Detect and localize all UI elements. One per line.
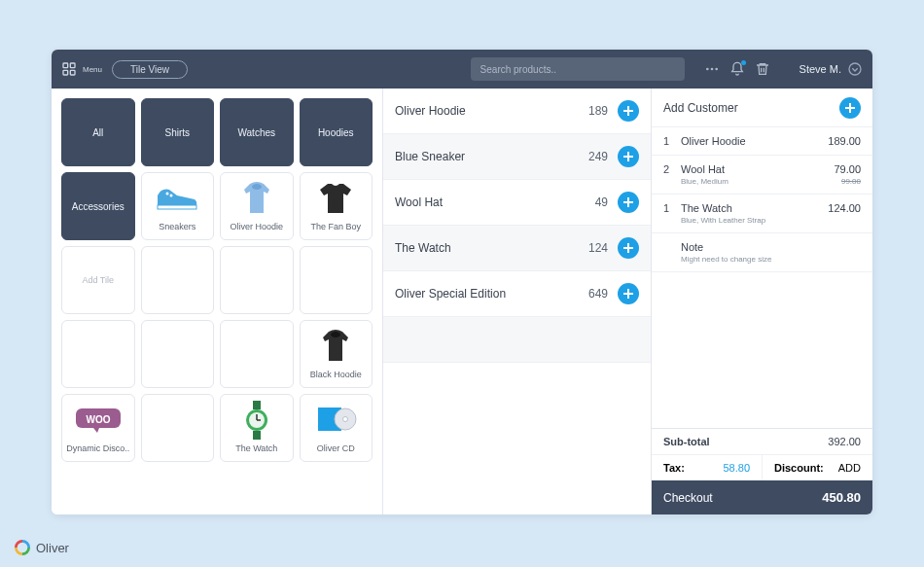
svg-rect-0 [63,63,68,68]
product-name: The Watch [395,241,588,255]
plus-icon [622,151,634,162]
cart-note[interactable]: Note Might need to change size [652,233,872,272]
svg-point-5 [710,68,713,71]
cart-item-variant: Blue, With Leather Strap [681,216,820,225]
discount-field[interactable]: Discount: ADD [762,455,872,480]
cart-item[interactable]: 2 Wool Hat Blue, Medium 79.00 99.00 [652,156,872,195]
empty-tile[interactable] [61,320,135,388]
watch-icon [244,401,269,440]
category-tile-accessories[interactable]: Accessories [61,172,135,240]
category-tile-watches[interactable]: Watches [220,98,294,166]
svg-point-6 [715,68,718,71]
svg-point-10 [170,195,173,197]
top-right-icons [704,61,770,77]
tile-view-button[interactable]: Tile View [112,60,188,79]
more-icon[interactable] [704,61,720,77]
category-tile-shirts[interactable]: Shirts [141,98,215,166]
product-tile-dynamic-disco[interactable]: WOO Dynamic Disco.. [61,394,135,462]
brand-name: Oliver [36,541,69,555]
notification-icon[interactable] [729,61,745,77]
trash-icon[interactable] [755,61,770,77]
product-name: Oliver Hoodie [395,104,588,118]
menu-icon [61,61,77,77]
note-text: Might need to change size [681,255,861,264]
tshirt-icon [318,182,353,215]
category-tile-hoodies[interactable]: Hoodies [300,98,373,166]
subtotal-label: Sub-total [663,436,828,447]
sneaker-icon [156,184,198,213]
cart-panel: Add Customer 1 Oliver Hoodie 189.00 2 Wo… [651,89,872,514]
cart-item-price: 79.00 [834,163,861,175]
add-customer-button[interactable]: Add Customer [652,89,872,127]
category-tile-all[interactable]: All [61,98,135,166]
hoodie-icon [317,328,354,365]
product-row[interactable]: The Watch 124 [383,226,651,271]
product-name: Wool Hat [395,195,595,209]
product-row[interactable]: Blue Sneaker 249 [383,134,651,180]
add-to-cart-button[interactable] [618,146,639,167]
cart-item-name: Wool Hat [681,163,826,175]
plus-icon [844,102,856,114]
add-to-cart-button[interactable] [618,100,639,122]
cart-qty: 1 [663,202,673,225]
cart-qty: 2 [663,163,673,186]
cd-icon [314,404,357,437]
cart-item-price: 124.00 [828,202,861,214]
svg-point-11 [252,184,262,190]
user-menu[interactable]: Steve M. [800,61,863,77]
svg-rect-2 [63,70,68,75]
cart-item-name: The Watch [681,202,820,214]
product-tile-oliver-cd[interactable]: Oliver CD [300,394,373,462]
cart-totals: Sub-total 392.00 Tax: 58.80 Discount: AD… [652,428,872,514]
product-price: 649 [588,287,608,301]
empty-tile[interactable] [141,246,215,314]
svg-point-23 [343,417,348,422]
subtotal-row: Sub-total 392.00 [652,429,872,454]
cart-items: 1 Oliver Hoodie 189.00 2 Wool Hat Blue, … [652,127,872,428]
empty-tile[interactable] [220,320,294,388]
brand-logo-icon [15,540,30,555]
plus-icon [622,242,634,254]
add-to-cart-button[interactable] [618,283,639,304]
product-price: 249 [588,150,608,163]
product-tile-fan-boy[interactable]: The Fan Boy [300,172,373,240]
product-row[interactable]: Oliver Special Edition 649 [383,271,651,317]
svg-point-12 [331,332,340,337]
tax-field[interactable]: Tax: 58.80 [652,455,762,480]
product-tile-the-watch[interactable]: The Watch [220,394,294,462]
tile-grid: All Shirts Watches Hoodies Accessories S… [52,89,382,514]
add-to-cart-button[interactable] [618,237,639,259]
empty-tile[interactable] [220,246,294,314]
notification-dot [741,60,746,65]
product-name: Oliver Special Edition [395,287,588,301]
search-wrap [471,57,685,81]
add-customer-plus[interactable] [839,97,861,119]
empty-tile[interactable] [300,246,373,314]
brand-footer: Oliver [15,540,69,555]
add-tile-button[interactable]: Add Tile [61,246,135,314]
app-window: Menu Tile View Steve M. All Shirts Watch… [52,50,872,514]
cart-item[interactable]: 1 Oliver Hoodie 189.00 [652,127,872,156]
product-tile-black-hoodie[interactable]: Black Hoodie [300,320,373,388]
product-tile-sneakers[interactable]: Sneakers [141,172,215,240]
product-row[interactable]: Wool Hat 49 [383,180,651,226]
main-layout: All Shirts Watches Hoodies Accessories S… [52,89,872,514]
svg-rect-16 [253,431,261,440]
checkout-button[interactable]: Checkout 450.80 [652,480,872,514]
product-row[interactable]: Oliver Hoodie 189 [383,89,651,134]
menu-button[interactable]: Menu [61,61,102,77]
cart-item[interactable]: 1 The Watch Blue, With Leather Strap 124… [652,195,872,233]
discount-add: ADD [838,462,861,474]
cart-qty: 1 [663,135,673,147]
product-price: 124 [588,241,608,255]
product-list: Oliver Hoodie 189 Blue Sneaker 249 Wool … [382,89,651,514]
add-to-cart-button[interactable] [618,192,639,213]
product-price: 189 [588,104,608,118]
cart-item-original-price: 99.00 [834,177,861,186]
empty-tile[interactable] [141,320,215,388]
plus-icon [622,196,634,208]
search-input[interactable] [471,57,685,81]
product-tile-oliver-hoodie[interactable]: Oliver Hoodie [220,172,294,240]
empty-tile[interactable] [141,394,215,462]
product-row-empty [383,317,651,363]
